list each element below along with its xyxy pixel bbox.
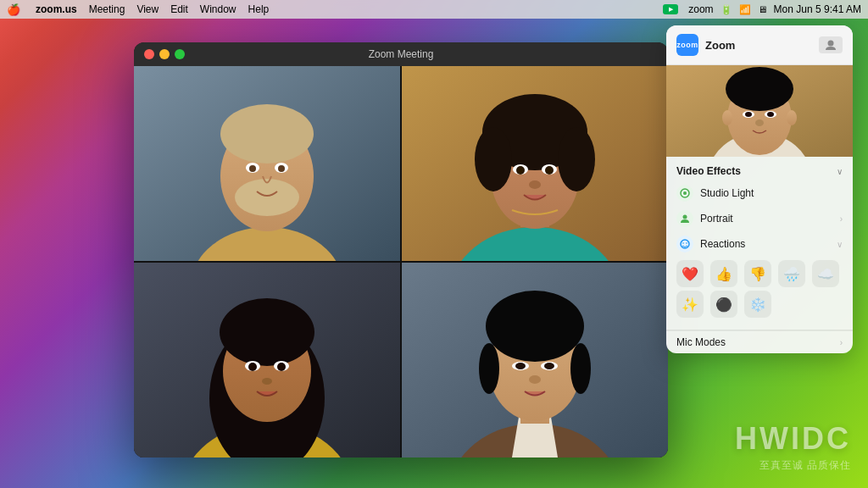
svg-point-31 — [277, 363, 286, 371]
zoom-panel-header: zoom Zoom — [666, 25, 853, 65]
zoom-menu-icon — [663, 4, 678, 14]
mic-modes-chevron-icon: › — [840, 338, 843, 347]
reactions-chevron-icon: ∨ — [837, 240, 843, 249]
reaction-thumbs-down[interactable]: 👎 — [744, 260, 771, 287]
svg-point-42 — [515, 363, 526, 369]
video-grid — [134, 66, 668, 458]
apple-menu[interactable]: 🍎 — [7, 3, 20, 16]
zoom-panel: zoom Zoom — [666, 25, 853, 353]
traffic-lights — [144, 49, 185, 59]
participant-2-video — [402, 66, 668, 261]
svg-point-8 — [249, 165, 256, 172]
menu-bar-left: 🍎 zoom.us Meeting View Edit Window Help — [7, 3, 269, 16]
watermark-sub-text: 至真至诚 品质保住 — [735, 458, 851, 473]
svg-point-21 — [529, 180, 541, 189]
wifi-icon: 📶 — [739, 4, 751, 15]
svg-point-54 — [767, 112, 774, 117]
svg-point-56 — [722, 110, 732, 125]
svg-point-16 — [558, 127, 595, 191]
menu-bar: 🍎 zoom.us Meeting View Edit Window Help … — [0, 0, 868, 19]
reactions-svg — [680, 239, 690, 249]
minimize-button[interactable] — [159, 49, 170, 59]
zoom-meeting-window: Zoom Meeting — [134, 42, 668, 458]
mic-modes-row[interactable]: Mic Modes › — [666, 330, 853, 353]
battery-icon: 🔋 — [721, 4, 732, 15]
participant-2-bg — [402, 66, 668, 261]
svg-point-4 — [220, 104, 314, 164]
menu-bar-right: zoom 🔋 📶 🖥 Mon Jun 5 9:41 AM — [663, 3, 861, 15]
menu-app-name[interactable]: zoom.us — [36, 3, 77, 15]
svg-point-44 — [529, 375, 541, 384]
zoom-panel-more-button[interactable] — [819, 36, 843, 53]
video-effects-label: Video Effects — [676, 165, 837, 177]
svg-point-62 — [682, 242, 684, 244]
video-cell-2 — [402, 66, 668, 261]
svg-point-5 — [235, 179, 299, 216]
svg-point-55 — [755, 119, 764, 126]
close-button[interactable] — [144, 49, 154, 59]
reaction-snowflake[interactable]: ❄️ — [744, 291, 771, 318]
video-cell-1 — [134, 66, 400, 261]
portrait-svg — [680, 214, 690, 224]
reaction-heart[interactable]: ❤️ — [676, 260, 704, 287]
menu-meeting[interactable]: Meeting — [89, 3, 125, 15]
participant-4-video — [402, 263, 668, 458]
portrait-icon — [676, 210, 693, 227]
reactions-label: Reactions — [700, 238, 837, 250]
zoom-title-bar: Zoom Meeting — [134, 42, 668, 66]
reactions-icon — [676, 236, 693, 252]
menu-view[interactable]: View — [136, 3, 159, 15]
reaction-sparkles[interactable]: ✨ — [676, 291, 704, 318]
watermark: HWIDC 至真至诚 品质保住 — [735, 421, 851, 473]
studio-light-row[interactable]: Studio Light — [666, 180, 853, 206]
svg-point-45 — [828, 41, 834, 47]
watermark-main-text: HWIDC — [735, 421, 851, 457]
menu-zoom-label[interactable]: zoom — [688, 3, 713, 15]
video-cell-4 — [402, 263, 668, 458]
reaction-dark[interactable]: ⚫ — [710, 291, 737, 318]
svg-point-19 — [516, 166, 525, 175]
portrait-chevron-icon: › — [840, 214, 843, 224]
participant-4-bg — [402, 263, 668, 458]
menu-help[interactable]: Help — [248, 3, 270, 15]
reaction-clap[interactable]: 🌧️ — [778, 260, 805, 287]
studio-light-label: Studio Light — [700, 187, 843, 199]
reactions-row[interactable]: Reactions ∨ — [666, 231, 853, 257]
participant-3-video — [134, 263, 400, 458]
svg-point-50 — [726, 67, 793, 111]
participant-3-bg — [134, 263, 400, 458]
mic-modes-label: Mic Modes — [676, 336, 840, 348]
svg-point-43 — [544, 363, 554, 369]
svg-point-57 — [787, 110, 797, 125]
svg-point-30 — [248, 363, 257, 371]
zoom-panel-title: Zoom — [705, 39, 819, 52]
svg-point-53 — [745, 112, 752, 117]
screen-icon: 🖥 — [758, 4, 767, 14]
svg-point-9 — [278, 165, 285, 172]
menu-datetime: Mon Jun 5 9:41 AM — [774, 3, 861, 15]
video-effects-chevron-icon: ∨ — [837, 167, 843, 176]
person-icon — [824, 38, 837, 52]
svg-point-63 — [686, 242, 687, 244]
desktop-background: 🍎 zoom.us Meeting View Edit Window Help … — [0, 0, 868, 488]
svg-point-60 — [683, 215, 687, 219]
video-effects-header[interactable]: Video Effects ∨ — [666, 162, 853, 180]
svg-point-20 — [545, 166, 554, 175]
reaction-thumbs-up[interactable]: 👍 — [710, 260, 737, 287]
menu-edit[interactable]: Edit — [170, 3, 188, 15]
profile-thumbnail — [666, 65, 853, 157]
studio-light-icon — [676, 185, 693, 202]
menu-window[interactable]: Window — [200, 3, 236, 15]
participant-1-video — [134, 66, 400, 261]
zoom-logo-text: zoom — [676, 41, 698, 49]
reaction-rain[interactable]: ☁️ — [812, 260, 839, 287]
maximize-button[interactable] — [175, 49, 185, 59]
studio-light-svg — [680, 188, 690, 198]
profile-video — [666, 65, 853, 157]
svg-point-39 — [570, 343, 591, 394]
svg-point-27 — [220, 298, 314, 366]
portrait-row[interactable]: Portrait › — [666, 206, 853, 231]
reactions-grid: ❤️ 👍 👎 🌧️ ☁️ ✨ ⚫ ❄️ — [666, 257, 853, 324]
svg-point-37 — [486, 291, 584, 362]
svg-point-15 — [475, 127, 512, 191]
